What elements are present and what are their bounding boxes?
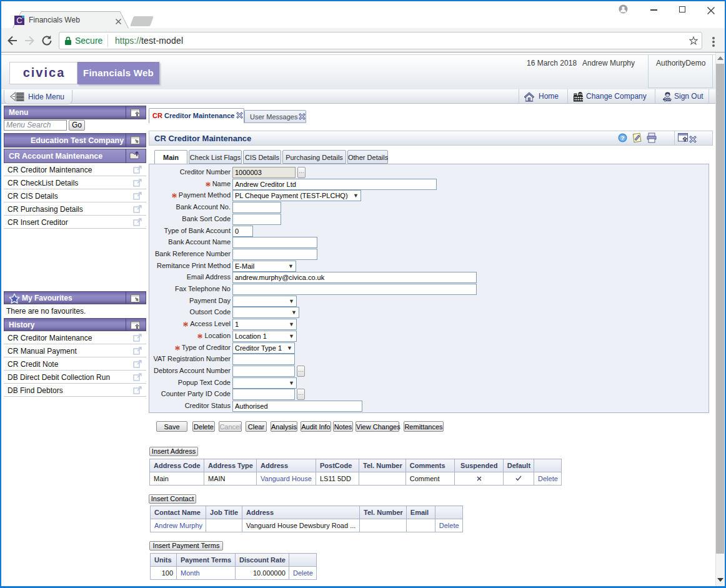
svg-text:?: ? <box>621 135 625 141</box>
